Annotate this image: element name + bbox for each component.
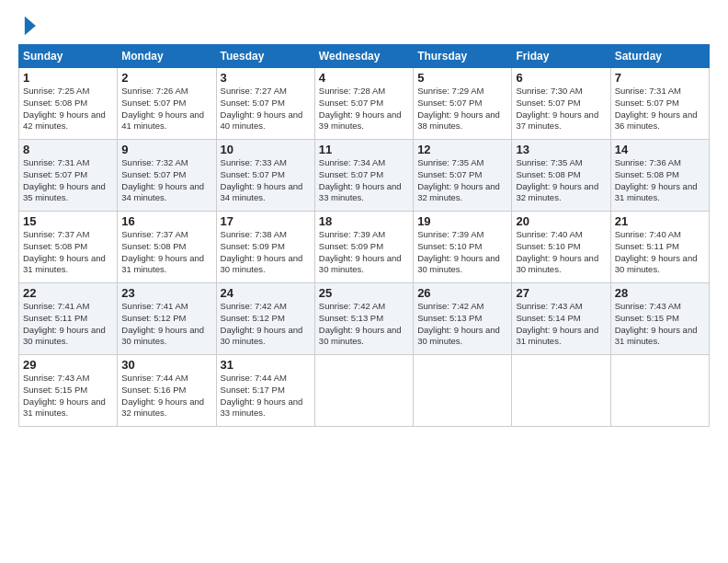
calendar-cell: 21 Sunrise: 7:40 AMSunset: 5:11 PMDaylig… (610, 212, 709, 283)
calendar-cell: 26 Sunrise: 7:42 AMSunset: 5:13 PMDaylig… (414, 283, 512, 355)
day-info: Sunrise: 7:41 AMSunset: 5:11 PMDaylight:… (23, 301, 106, 346)
calendar-cell: 20 Sunrise: 7:40 AMSunset: 5:10 PMDaylig… (512, 212, 610, 283)
day-number: 29 (23, 358, 113, 372)
svg-marker-0 (25, 17, 36, 36)
day-number: 14 (615, 143, 705, 156)
calendar-week-2: 8 Sunrise: 7:31 AMSunset: 5:07 PMDayligh… (19, 140, 710, 212)
page: SundayMondayTuesdayWednesdayThursdayFrid… (0, 0, 728, 563)
day-number: 23 (121, 286, 211, 300)
calendar-cell: 5 Sunrise: 7:29 AMSunset: 5:07 PMDayligh… (414, 68, 512, 140)
weekday-header-saturday: Saturday (610, 45, 709, 68)
day-info: Sunrise: 7:37 AMSunset: 5:08 PMDaylight:… (23, 229, 106, 274)
calendar-week-5: 29 Sunrise: 7:43 AMSunset: 5:15 PMDaylig… (19, 355, 710, 427)
calendar-cell (414, 355, 512, 427)
calendar-cell: 11 Sunrise: 7:34 AMSunset: 5:07 PMDaylig… (314, 140, 413, 212)
day-number: 3 (221, 71, 311, 85)
day-number: 31 (221, 358, 311, 372)
logo-area (18, 15, 39, 37)
day-info: Sunrise: 7:42 AMSunset: 5:12 PMDaylight:… (221, 301, 303, 346)
day-number: 30 (121, 358, 211, 372)
calendar-cell: 18 Sunrise: 7:39 AMSunset: 5:09 PMDaylig… (314, 212, 413, 283)
calendar-cell: 7 Sunrise: 7:31 AMSunset: 5:07 PMDayligh… (610, 68, 709, 140)
day-number: 20 (516, 214, 606, 228)
day-info: Sunrise: 7:35 AMSunset: 5:08 PMDaylight:… (516, 157, 598, 202)
day-info: Sunrise: 7:35 AMSunset: 5:07 PMDaylight:… (417, 157, 500, 202)
weekday-header-row: SundayMondayTuesdayWednesdayThursdayFrid… (19, 45, 710, 68)
day-number: 4 (319, 71, 409, 85)
calendar-body: 1 Sunrise: 7:25 AMSunset: 5:08 PMDayligh… (19, 68, 710, 427)
day-info: Sunrise: 7:39 AMSunset: 5:10 PMDaylight:… (417, 229, 500, 274)
calendar-week-3: 15 Sunrise: 7:37 AMSunset: 5:08 PMDaylig… (19, 212, 710, 283)
day-number: 27 (516, 286, 606, 300)
weekday-header-wednesday: Wednesday (314, 45, 413, 68)
day-number: 25 (319, 286, 409, 300)
calendar-cell: 23 Sunrise: 7:41 AMSunset: 5:12 PMDaylig… (118, 283, 216, 355)
day-info: Sunrise: 7:43 AMSunset: 5:15 PMDaylight:… (23, 373, 106, 418)
day-info: Sunrise: 7:32 AMSunset: 5:07 PMDaylight:… (121, 157, 204, 202)
day-info: Sunrise: 7:44 AMSunset: 5:17 PMDaylight:… (221, 373, 303, 418)
calendar-cell: 2 Sunrise: 7:26 AMSunset: 5:07 PMDayligh… (118, 68, 216, 140)
day-number: 6 (516, 71, 606, 85)
day-info: Sunrise: 7:42 AMSunset: 5:13 PMDaylight:… (417, 301, 500, 346)
day-number: 7 (615, 71, 705, 85)
calendar-cell: 10 Sunrise: 7:33 AMSunset: 5:07 PMDaylig… (216, 140, 314, 212)
calendar-cell: 28 Sunrise: 7:43 AMSunset: 5:15 PMDaylig… (610, 283, 709, 355)
day-number: 12 (417, 143, 507, 156)
weekday-header-monday: Monday (118, 45, 216, 68)
day-info: Sunrise: 7:37 AMSunset: 5:08 PMDaylight:… (121, 229, 204, 274)
weekday-header-sunday: Sunday (19, 45, 118, 68)
day-info: Sunrise: 7:42 AMSunset: 5:13 PMDaylight:… (319, 301, 402, 346)
calendar-cell: 12 Sunrise: 7:35 AMSunset: 5:07 PMDaylig… (414, 140, 512, 212)
day-info: Sunrise: 7:31 AMSunset: 5:07 PMDaylight:… (615, 86, 698, 131)
calendar-cell: 6 Sunrise: 7:30 AMSunset: 5:07 PMDayligh… (512, 68, 610, 140)
calendar-cell: 27 Sunrise: 7:43 AMSunset: 5:14 PMDaylig… (512, 283, 610, 355)
day-info: Sunrise: 7:27 AMSunset: 5:07 PMDaylight:… (221, 86, 303, 131)
calendar-cell: 14 Sunrise: 7:36 AMSunset: 5:08 PMDaylig… (610, 140, 709, 212)
day-info: Sunrise: 7:43 AMSunset: 5:14 PMDaylight:… (516, 301, 598, 346)
calendar-cell: 25 Sunrise: 7:42 AMSunset: 5:13 PMDaylig… (314, 283, 413, 355)
day-number: 10 (221, 143, 311, 156)
calendar-cell: 13 Sunrise: 7:35 AMSunset: 5:08 PMDaylig… (512, 140, 610, 212)
day-info: Sunrise: 7:29 AMSunset: 5:07 PMDaylight:… (417, 86, 500, 131)
day-number: 21 (615, 214, 705, 228)
calendar-cell: 16 Sunrise: 7:37 AMSunset: 5:08 PMDaylig… (118, 212, 216, 283)
calendar-cell: 1 Sunrise: 7:25 AMSunset: 5:08 PMDayligh… (19, 68, 118, 140)
weekday-header-friday: Friday (512, 45, 610, 68)
calendar-cell: 9 Sunrise: 7:32 AMSunset: 5:07 PMDayligh… (118, 140, 216, 212)
day-info: Sunrise: 7:33 AMSunset: 5:07 PMDaylight:… (221, 157, 303, 202)
day-number: 18 (319, 214, 409, 228)
calendar-cell: 8 Sunrise: 7:31 AMSunset: 5:07 PMDayligh… (19, 140, 118, 212)
day-number: 5 (417, 71, 507, 85)
day-info: Sunrise: 7:36 AMSunset: 5:08 PMDaylight:… (615, 157, 698, 202)
day-info: Sunrise: 7:28 AMSunset: 5:07 PMDaylight:… (319, 86, 402, 131)
calendar-cell: 19 Sunrise: 7:39 AMSunset: 5:10 PMDaylig… (414, 212, 512, 283)
calendar-week-4: 22 Sunrise: 7:41 AMSunset: 5:11 PMDaylig… (19, 283, 710, 355)
day-number: 11 (319, 143, 409, 156)
calendar-cell: 4 Sunrise: 7:28 AMSunset: 5:07 PMDayligh… (314, 68, 413, 140)
day-info: Sunrise: 7:40 AMSunset: 5:10 PMDaylight:… (516, 229, 598, 274)
calendar-cell: 29 Sunrise: 7:43 AMSunset: 5:15 PMDaylig… (19, 355, 118, 427)
day-number: 2 (121, 71, 211, 85)
day-info: Sunrise: 7:38 AMSunset: 5:09 PMDaylight:… (221, 229, 303, 274)
calendar-cell: 24 Sunrise: 7:42 AMSunset: 5:12 PMDaylig… (216, 283, 314, 355)
day-info: Sunrise: 7:39 AMSunset: 5:09 PMDaylight:… (319, 229, 402, 274)
day-info: Sunrise: 7:44 AMSunset: 5:16 PMDaylight:… (121, 373, 204, 418)
calendar-cell: 17 Sunrise: 7:38 AMSunset: 5:09 PMDaylig… (216, 212, 314, 283)
calendar-cell: 22 Sunrise: 7:41 AMSunset: 5:11 PMDaylig… (19, 283, 118, 355)
day-info: Sunrise: 7:30 AMSunset: 5:07 PMDaylight:… (516, 86, 598, 131)
day-info: Sunrise: 7:41 AMSunset: 5:12 PMDaylight:… (121, 301, 204, 346)
day-number: 8 (23, 143, 113, 156)
day-info: Sunrise: 7:34 AMSunset: 5:07 PMDaylight:… (319, 157, 402, 202)
header (18, 15, 710, 37)
day-info: Sunrise: 7:25 AMSunset: 5:08 PMDaylight:… (23, 86, 106, 131)
day-info: Sunrise: 7:26 AMSunset: 5:07 PMDaylight:… (121, 86, 204, 131)
calendar-cell (314, 355, 413, 427)
day-number: 24 (221, 286, 311, 300)
day-info: Sunrise: 7:43 AMSunset: 5:15 PMDaylight:… (615, 301, 698, 346)
calendar-cell (610, 355, 709, 427)
day-number: 26 (417, 286, 507, 300)
calendar-cell: 3 Sunrise: 7:27 AMSunset: 5:07 PMDayligh… (216, 68, 314, 140)
weekday-header-thursday: Thursday (414, 45, 512, 68)
calendar-week-1: 1 Sunrise: 7:25 AMSunset: 5:08 PMDayligh… (19, 68, 710, 140)
day-info: Sunrise: 7:40 AMSunset: 5:11 PMDaylight:… (615, 229, 698, 274)
